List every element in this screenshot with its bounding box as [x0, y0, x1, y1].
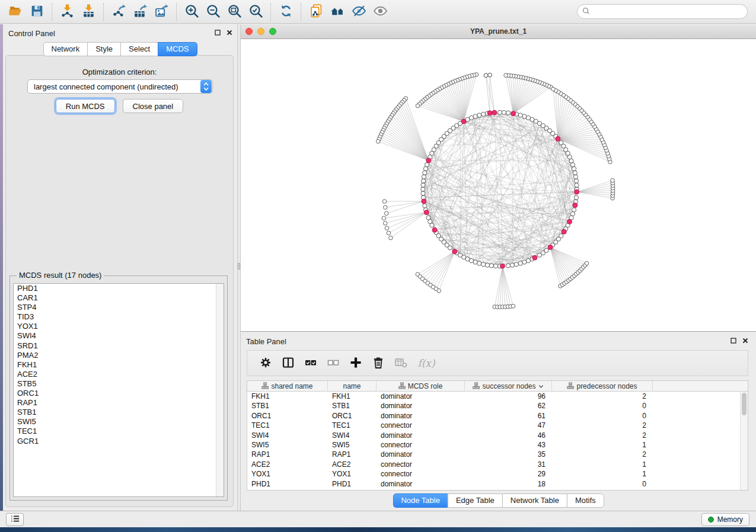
import-table-icon — [81, 4, 96, 20]
add-row-button[interactable] — [344, 352, 367, 374]
table-options-button[interactable] — [254, 352, 277, 374]
tab-network-table[interactable]: Network Table — [502, 493, 567, 508]
mcds-result-item[interactable]: ORC1 — [14, 389, 224, 398]
splitter-handle-icon[interactable] — [238, 263, 240, 270]
mcds-result-item[interactable]: SWI5 — [14, 417, 224, 427]
select-all-button[interactable] — [299, 352, 322, 374]
table-row[interactable]: PHD1PHD1dominator180 — [247, 479, 740, 489]
mcds-result-item[interactable]: STP4 — [14, 303, 224, 312]
tab-style[interactable]: Style — [87, 42, 121, 56]
deselect-all-button[interactable] — [322, 352, 344, 374]
close-panel-icon[interactable] — [226, 29, 232, 36]
column-header-shared-name[interactable]: shared name — [247, 381, 328, 392]
zoom-out-button[interactable] — [202, 2, 224, 22]
column-type-icon — [473, 382, 480, 391]
select-all-icon — [304, 356, 317, 371]
table-row[interactable]: ORC1ORC1dominator610 — [247, 411, 740, 421]
refresh-button[interactable] — [275, 2, 296, 22]
open-file-button[interactable] — [5, 2, 26, 22]
tab-edge-table[interactable]: Edge Table — [448, 493, 503, 508]
column-header-predecessor-nodes[interactable]: predecessor nodes — [552, 381, 653, 392]
hide-selected-icon — [352, 4, 366, 20]
clone-network-button[interactable] — [305, 2, 327, 22]
mcds-result-item[interactable]: FKH1 — [14, 360, 224, 370]
table-row[interactable]: RAP1RAP1dominator352 — [247, 450, 740, 459]
delete-table-icon — [394, 356, 407, 371]
table-body: FKH1FKH1dominator962STB1STB1dominator620… — [247, 392, 740, 490]
save-session-button[interactable] — [26, 2, 47, 22]
table-row[interactable]: SWI4SWI4dominator462 — [247, 431, 740, 440]
mcds-list-scrollbar[interactable] — [216, 284, 224, 496]
close-table-panel-icon[interactable] — [742, 337, 748, 344]
tab-mcds[interactable]: MCDS — [158, 42, 197, 56]
table-header-row: shared namenameMCDS rolesuccessor nodesp… — [247, 381, 748, 392]
mcds-result-item[interactable]: SRD1 — [14, 341, 224, 351]
memory-button[interactable]: Memory — [701, 513, 749, 526]
import-table-button[interactable] — [78, 2, 99, 22]
search-input[interactable] — [593, 8, 742, 16]
column-header-name[interactable]: name — [328, 381, 377, 392]
network-window-titlebar[interactable]: YPA_prune.txt_1 — [241, 24, 756, 39]
hide-selected-button[interactable] — [348, 2, 369, 22]
first-neighbors-button[interactable] — [327, 2, 348, 22]
window-close-button[interactable] — [245, 28, 253, 35]
import-network-button[interactable] — [56, 2, 78, 22]
table-scrollbar[interactable] — [740, 392, 748, 490]
export-table-icon — [133, 4, 148, 20]
network-graph[interactable] — [241, 39, 756, 331]
mcds-result-items: PHD1CAR1STP4TID3YOX1SWI4SRD1PMA2FKH1ACE2… — [14, 284, 224, 446]
table-row[interactable]: FKH1FKH1dominator962 — [247, 392, 740, 401]
table-row[interactable]: TEC1TEC1connector472 — [247, 421, 740, 430]
table-scrollbar-thumb[interactable] — [742, 393, 747, 415]
mcds-result-item[interactable]: TEC1 — [14, 427, 224, 436]
task-history-button[interactable] — [6, 513, 24, 526]
table-panel-title: Table Panel — [246, 337, 286, 346]
search-field[interactable] — [577, 4, 748, 19]
mcds-result-list: PHD1CAR1STP4TID3YOX1SWI4SRD1PMA2FKH1ACE2… — [13, 283, 224, 497]
mcds-result-item[interactable]: STB1 — [14, 408, 224, 417]
delete-table-button[interactable] — [390, 352, 412, 374]
tab-network[interactable]: Network — [43, 42, 88, 56]
mcds-result-item[interactable]: CAR1 — [14, 293, 224, 303]
window-minimize-button[interactable] — [257, 28, 264, 35]
show-all-icon — [373, 4, 388, 20]
float-table-panel-icon[interactable] — [730, 337, 736, 344]
mcds-result-item[interactable]: ACE2 — [14, 370, 224, 379]
delete-rows-button[interactable] — [367, 352, 390, 374]
mcds-result-item[interactable]: YOX1 — [14, 322, 224, 331]
column-header-MCDS-role[interactable]: MCDS role — [377, 381, 465, 392]
zoom-in-button[interactable] — [181, 2, 202, 22]
tab-node-table[interactable]: Node Table — [393, 493, 448, 508]
mcds-result-item[interactable]: PHD1 — [14, 284, 224, 293]
column-header-successor-nodes[interactable]: successor nodes — [465, 381, 552, 392]
show-columns-button[interactable] — [277, 352, 299, 374]
zoom-fit-button[interactable] — [224, 2, 245, 22]
float-panel-icon[interactable] — [214, 29, 221, 36]
optimization-criterion-select[interactable]: largest connected component (undirected) — [27, 79, 213, 94]
zoom-selected-button[interactable] — [245, 2, 266, 22]
export-network-button[interactable] — [108, 2, 129, 22]
export-table-button[interactable] — [129, 2, 151, 22]
table-row[interactable]: YOX1YOX1connector291 — [247, 469, 740, 479]
show-all-button[interactable] — [369, 2, 391, 22]
mcds-result-item[interactable]: PMA2 — [14, 351, 224, 360]
column-type-icon — [261, 382, 269, 391]
network-canvas[interactable] — [241, 39, 756, 331]
mcds-result-item[interactable]: SWI4 — [14, 331, 224, 341]
tab-motifs[interactable]: Motifs — [567, 493, 604, 508]
mcds-result-item[interactable]: STB5 — [14, 379, 224, 389]
table-row[interactable]: STB1STB1dominator620 — [247, 401, 740, 411]
mcds-result-item[interactable]: TID3 — [14, 312, 224, 322]
window-maximize-button[interactable] — [269, 28, 276, 35]
function-builder-button[interactable]: f(x) — [412, 352, 441, 374]
run-mcds-button[interactable]: Run MCDS — [56, 99, 115, 113]
function-icon: f(x) — [417, 357, 435, 369]
close-panel-button[interactable]: Close panel — [123, 99, 184, 113]
table-row[interactable]: SWI5SWI5connector431 — [247, 440, 740, 450]
table-row[interactable]: ACE2ACE2connector311 — [247, 460, 740, 469]
table-tabs: Node TableEdge TableNetwork TableMotifs — [393, 493, 604, 508]
mcds-result-item[interactable]: RAP1 — [14, 398, 224, 408]
tab-select[interactable]: Select — [120, 42, 158, 56]
export-image-button[interactable] — [151, 2, 172, 22]
mcds-result-item[interactable]: GCR1 — [14, 437, 224, 446]
